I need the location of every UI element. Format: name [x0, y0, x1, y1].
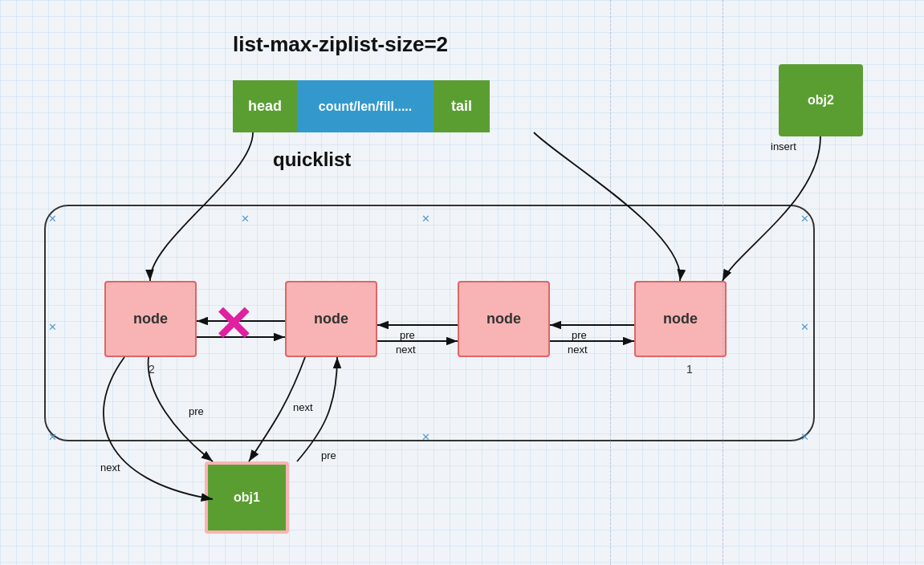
node-box-1: node — [104, 281, 197, 357]
node1-num: 2 — [149, 363, 155, 376]
middle-box: count/len/fill..... — [297, 80, 434, 132]
x-mark: ✕ — [213, 301, 253, 349]
cross-marker-tmr: ✕ — [421, 213, 430, 225]
tail-box: tail — [434, 80, 490, 132]
diagram-container: list-max-ziplist-size=2 head count/len/f… — [0, 0, 924, 565]
pre-lower-label: pre — [321, 449, 336, 461]
page-title: list-max-ziplist-size=2 — [233, 32, 448, 57]
cross-marker-br: ✕ — [800, 431, 809, 443]
next-obj1-label: next — [293, 401, 313, 413]
cross-marker-bm: ✕ — [421, 431, 430, 443]
pre-label-34: pre — [572, 329, 587, 341]
node-box-2: node — [285, 281, 377, 357]
quicklist-label: quicklist — [273, 148, 351, 171]
next-label-23: next — [396, 343, 416, 356]
node-box-4: node — [634, 281, 727, 357]
node-box-3: node — [458, 281, 550, 357]
next-label-34: next — [568, 343, 588, 356]
cross-marker-tr: ✕ — [800, 213, 809, 225]
obj2-box: obj2 — [779, 64, 863, 136]
node4-num: 1 — [686, 363, 693, 376]
cross-marker-tl: ✕ — [48, 213, 57, 225]
insert-label: insert — [771, 140, 796, 152]
pre-label-23: pre — [400, 329, 415, 341]
dashed-line-1 — [610, 0, 611, 565]
cross-marker-tm: ✕ — [241, 213, 250, 225]
pre-obj1-label: pre — [189, 405, 204, 417]
next-lower-label: next — [100, 461, 120, 474]
quicklist-header: head count/len/fill..... tail — [233, 80, 490, 132]
cross-marker-ml: ✕ — [48, 321, 57, 333]
obj1-box: obj1 — [205, 461, 289, 534]
head-box: head — [233, 80, 297, 132]
cross-marker-mr: ✕ — [800, 321, 809, 333]
dashed-line-2 — [723, 0, 723, 565]
cross-marker-bl: ✕ — [48, 431, 57, 443]
